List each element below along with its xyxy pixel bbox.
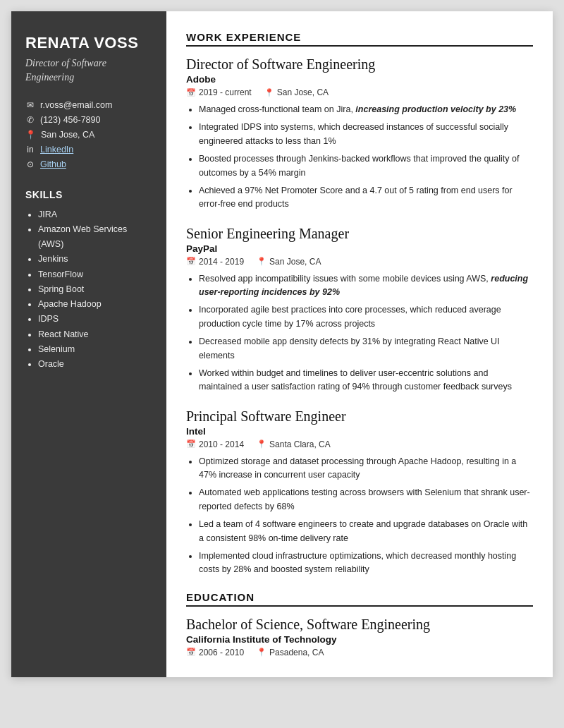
skill-item: Spring Boot xyxy=(38,282,152,297)
skill-item: TensorFlow xyxy=(38,267,152,282)
bullet-item: Boosted processes through Jenkins-backed… xyxy=(199,152,533,180)
job-location: 📍San Jose, CA xyxy=(257,257,321,267)
skill-item: JIRA xyxy=(38,207,152,222)
contact-icon: in xyxy=(25,145,35,154)
job-meta: 📅2014 - 2019📍San Jose, CA xyxy=(186,257,533,267)
job-meta: 📅2010 - 2014📍Santa Clara, CA xyxy=(186,439,533,449)
contact-item: ✆(123) 456-7890 xyxy=(25,115,152,125)
edu-location-text: Pasadena, CA xyxy=(269,648,324,657)
job-title: Principal Software Engineer xyxy=(186,408,533,425)
job-date-text: 2014 - 2019 xyxy=(199,257,244,267)
education-section: EDUCATION Bachelor of Science, Software … xyxy=(186,591,533,657)
edu-location: 📍Pasadena, CA xyxy=(257,648,324,657)
bullet-item: Integrated IDPS into systems, which decr… xyxy=(199,121,533,148)
edu-heading: EDUCATION xyxy=(186,591,533,607)
contact-item: ✉r.voss@email.com xyxy=(25,100,152,110)
skill-item: Jenkins xyxy=(38,252,152,267)
skill-item: IDPS xyxy=(38,312,152,327)
contact-section: ✉r.voss@email.com✆(123) 456-7890📍San Jos… xyxy=(25,100,152,169)
contact-text: (123) 456-7890 xyxy=(40,115,100,125)
job-bullets: Managed cross-functional team on Jira, i… xyxy=(186,103,533,212)
edu-block: Bachelor of Science, Software Engineerin… xyxy=(186,617,533,657)
contact-icon: ⊙ xyxy=(25,159,35,169)
location-icon: 📍 xyxy=(257,439,266,449)
contact-item: ⊙Github xyxy=(25,159,152,169)
edu-meta: 📅2006 - 2010📍Pasadena, CA xyxy=(186,648,533,657)
jobs-container: Director of Software EngineeringAdobe📅20… xyxy=(186,56,533,577)
candidate-title: Director of Software Engineering xyxy=(25,56,152,84)
job-date-text: 2010 - 2014 xyxy=(199,439,244,449)
job-block: Director of Software EngineeringAdobe📅20… xyxy=(186,56,533,212)
contact-icon: ✆ xyxy=(25,115,35,125)
job-bullets: Resolved app incompatibility issues with… xyxy=(186,272,533,394)
resume-container: RENATA VOSS Director of Software Enginee… xyxy=(11,11,553,677)
contact-icon: 📍 xyxy=(25,130,36,140)
work-heading: WORK EXPERIENCE xyxy=(186,31,533,47)
calendar-icon: 📅 xyxy=(186,648,196,657)
bullet-item: Decreased mobile app density defects by … xyxy=(199,335,533,363)
bullet-item: Incorporated agile best practices into c… xyxy=(199,303,533,331)
bullet-item: Implemented cloud infrastructure optimiz… xyxy=(199,550,533,577)
contact-link[interactable]: LinkedIn xyxy=(40,145,73,154)
job-company: Intel xyxy=(186,426,533,437)
job-meta: 📅2019 - current📍San Jose, CA xyxy=(186,87,533,97)
job-location-text: San Jose, CA xyxy=(269,257,321,267)
bullet-item: Worked within budget and timelines to de… xyxy=(199,367,533,394)
bullet-item: Automated web applications testing acros… xyxy=(199,486,533,514)
bullet-item: Led a team of 4 software engineers to cr… xyxy=(199,518,533,545)
job-block: Principal Software EngineerIntel📅2010 - … xyxy=(186,408,533,577)
edu-container: Bachelor of Science, Software Engineerin… xyxy=(186,617,533,657)
edu-school: California Institute of Technology xyxy=(186,634,533,645)
skill-item: Selenium xyxy=(38,342,152,357)
contact-link[interactable]: Github xyxy=(40,159,66,169)
skill-item: React Native xyxy=(38,327,152,342)
main-content: WORK EXPERIENCE Director of Software Eng… xyxy=(166,11,553,677)
skills-heading: SKILLS xyxy=(25,189,152,200)
job-date: 📅2014 - 2019 xyxy=(186,257,244,267)
bullet-item: Managed cross-functional team on Jira, i… xyxy=(199,103,533,116)
contact-icon: ✉ xyxy=(25,100,35,110)
job-location: 📍Santa Clara, CA xyxy=(257,439,331,449)
candidate-name: RENATA VOSS xyxy=(25,34,152,52)
work-experience-section: WORK EXPERIENCE Director of Software Eng… xyxy=(186,31,533,577)
job-location-text: San Jose, CA xyxy=(277,87,329,97)
calendar-icon: 📅 xyxy=(186,88,196,97)
job-block: Senior Engineering ManagerPayPal📅2014 - … xyxy=(186,226,533,394)
job-date: 📅2019 - current xyxy=(186,87,252,97)
job-date-text: 2019 - current xyxy=(199,87,252,97)
skills-list: JIRAAmazon Web Services (AWS)JenkinsTens… xyxy=(25,207,152,372)
location-icon: 📍 xyxy=(257,257,266,266)
bullet-item: Optimized storage and dataset processing… xyxy=(199,455,533,483)
calendar-icon: 📅 xyxy=(186,257,196,266)
job-title: Senior Engineering Manager xyxy=(186,226,533,242)
job-title: Director of Software Engineering xyxy=(186,56,533,73)
skill-item: Oracle xyxy=(38,357,152,372)
contact-text: r.voss@email.com xyxy=(40,100,112,110)
edu-degree: Bachelor of Science, Software Engineerin… xyxy=(186,617,533,633)
edu-date: 📅2006 - 2010 xyxy=(186,648,244,657)
contact-item: inLinkedIn xyxy=(25,145,152,154)
skill-item: Amazon Web Services (AWS) xyxy=(38,222,152,253)
skill-item: Apache Hadoop xyxy=(38,297,152,312)
job-date: 📅2010 - 2014 xyxy=(186,439,244,449)
job-bullets: Optimized storage and dataset processing… xyxy=(186,455,533,577)
calendar-icon: 📅 xyxy=(186,439,196,449)
edu-date-text: 2006 - 2010 xyxy=(199,648,244,657)
job-location-text: Santa Clara, CA xyxy=(269,439,331,449)
sidebar: RENATA VOSS Director of Software Enginee… xyxy=(11,11,166,677)
bullet-item: Resolved app incompatibility issues with… xyxy=(199,272,533,300)
location-icon: 📍 xyxy=(264,88,274,97)
location-icon: 📍 xyxy=(257,648,266,657)
job-company: Adobe xyxy=(186,74,533,85)
job-company: PayPal xyxy=(186,243,533,254)
job-location: 📍San Jose, CA xyxy=(264,87,329,97)
bullet-item: Achieved a 97% Net Promoter Score and a … xyxy=(199,184,533,212)
contact-text: San Jose, CA xyxy=(41,130,94,140)
contact-item: 📍San Jose, CA xyxy=(25,130,152,140)
